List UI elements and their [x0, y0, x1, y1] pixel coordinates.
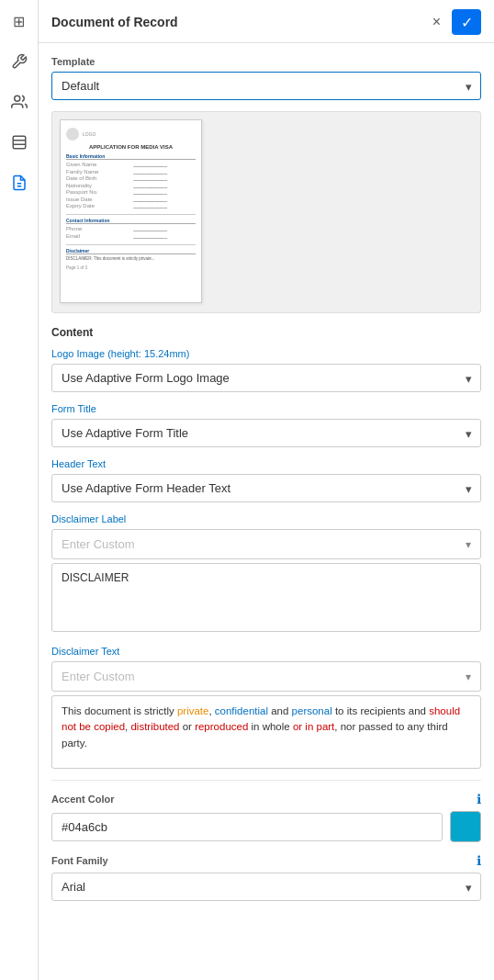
- close-button[interactable]: ×: [429, 12, 444, 32]
- doc-row: Family Name___________: [66, 169, 196, 175]
- disclaimer-label-input-wrapper: ▾: [51, 529, 481, 559]
- doc-row: Issue Date___________: [66, 197, 196, 202]
- template-select[interactable]: Default Custom: [51, 72, 481, 100]
- accent-color-section: Accent Color ℹ: [51, 792, 481, 842]
- doc-row: Passport No.___________: [66, 189, 196, 195]
- doc-logo: LOGO: [66, 128, 196, 141]
- disclaimer-text-display: This document is strictly private, confi…: [51, 695, 481, 769]
- font-family-label: Font Family: [51, 855, 108, 866]
- form-title-field: Form Title Use Adaptive Form Title Enter…: [51, 403, 481, 447]
- person-icon[interactable]: [7, 90, 31, 114]
- doc-title: APPLICATION FOR MEDIA VISA: [66, 144, 196, 150]
- main-panel: Document of Record × ✓ Template Default …: [39, 0, 494, 980]
- form-title-label: Form Title: [51, 403, 481, 414]
- disclaimer-text-field: Disclaimer Text ▾ This document is stric…: [51, 646, 481, 769]
- accent-color-label: Accent Color: [51, 794, 114, 805]
- doc-row: Nationality___________: [66, 183, 196, 188]
- header-actions: × ✓: [429, 9, 481, 35]
- accent-color-input[interactable]: [51, 813, 443, 841]
- doc-section: Basic Information: [66, 153, 196, 160]
- content-section: Content Logo Image (height: 15.24mm) Use…: [51, 326, 481, 901]
- preview-area: LOGO APPLICATION FOR MEDIA VISA Basic In…: [51, 111, 481, 313]
- layers-icon[interactable]: [7, 130, 31, 154]
- disclaimer-label-input[interactable]: [52, 530, 480, 558]
- wrench-icon[interactable]: [7, 50, 31, 73]
- grid-icon[interactable]: ⊞: [7, 9, 31, 33]
- doc-logo-icon: [66, 128, 79, 141]
- sidebar: ⊞: [0, 0, 39, 980]
- logo-image-field: Logo Image (height: 15.24mm) Use Adaptiv…: [51, 348, 481, 392]
- disclaimer-text-label: Disclaimer Text: [51, 646, 481, 657]
- doc-row: Given Name___________: [66, 162, 196, 167]
- preview-document: LOGO APPLICATION FOR MEDIA VISA Basic In…: [60, 119, 202, 303]
- disclaimer-text-input[interactable]: [52, 662, 480, 691]
- svg-point-0: [14, 96, 19, 101]
- pdf-icon[interactable]: [7, 171, 31, 195]
- doc-footer: Page 1 of 3: [66, 265, 196, 270]
- template-select-wrapper: Default Custom ▾: [51, 72, 481, 100]
- template-label: Template: [51, 56, 481, 67]
- doc-row: Expiry Date___________: [66, 203, 196, 208]
- font-family-section: Font Family ℹ Arial Times New Roman Cali…: [51, 853, 481, 901]
- accent-color-header: Accent Color ℹ: [51, 792, 481, 806]
- doc-row: Date of Birth___________: [66, 175, 196, 181]
- svg-rect-1: [13, 136, 26, 149]
- header-text-label: Header Text: [51, 458, 481, 469]
- panel-header: Document of Record × ✓: [39, 0, 494, 43]
- disclaimer-label-textarea[interactable]: DISCLAIMER: [51, 563, 481, 632]
- logo-image-select[interactable]: Use Adaptive Form Logo Image Enter Custo…: [51, 364, 481, 392]
- font-family-info-icon[interactable]: ℹ: [477, 853, 481, 868]
- content-section-title: Content: [51, 326, 481, 339]
- logo-image-select-wrapper: Use Adaptive Form Logo Image Enter Custo…: [51, 364, 481, 392]
- panel-title: Document of Record: [51, 15, 178, 29]
- accent-color-swatch[interactable]: [450, 811, 481, 842]
- panel-content: Template Default Custom ▾ LOGO APPLICATI…: [39, 43, 494, 980]
- divider: [51, 780, 481, 781]
- font-family-select-wrapper: Arial Times New Roman Calibri ▾: [51, 873, 481, 901]
- font-family-header: Font Family ℹ: [51, 853, 481, 868]
- accent-field-row: [51, 811, 481, 842]
- confirm-button[interactable]: ✓: [452, 9, 481, 35]
- disclaimer-label-label: Disclaimer Label: [51, 513, 481, 524]
- header-text-field: Header Text Use Adaptive Form Header Tex…: [51, 458, 481, 502]
- header-text-select-wrapper: Use Adaptive Form Header Text Enter Cust…: [51, 474, 481, 502]
- accent-color-info-icon[interactable]: ℹ: [477, 792, 481, 806]
- font-family-select[interactable]: Arial Times New Roman Calibri: [51, 873, 481, 901]
- header-text-select[interactable]: Use Adaptive Form Header Text Enter Cust…: [51, 474, 481, 502]
- logo-image-label: Logo Image (height: 15.24mm): [51, 348, 481, 359]
- disclaimer-text-input-wrapper: ▾: [51, 661, 481, 692]
- form-title-select[interactable]: Use Adaptive Form Title Enter Custom: [51, 419, 481, 447]
- template-section: Template Default Custom ▾: [51, 56, 481, 100]
- form-title-select-wrapper: Use Adaptive Form Title Enter Custom ▾: [51, 419, 481, 447]
- disclaimer-label-field: Disclaimer Label ▾ DISCLAIMER: [51, 513, 481, 635]
